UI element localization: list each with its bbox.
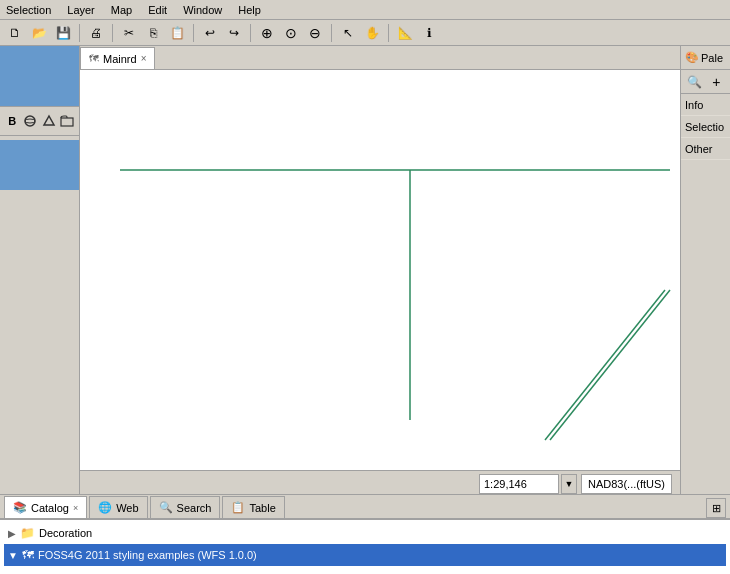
sidebar-btn-folder[interactable]: [59, 111, 75, 131]
search-tab-label: Search: [177, 502, 212, 514]
scale-box: ▼: [479, 474, 577, 494]
foss4g-layer-icon: 🗺: [22, 548, 34, 562]
menu-layer[interactable]: Layer: [65, 4, 97, 16]
decoration-expand-arrow: ▶: [8, 528, 16, 539]
toolbar-separator-4: [250, 24, 251, 42]
svg-point-0: [25, 116, 35, 126]
pan-button[interactable]: ✋: [361, 22, 383, 44]
map-canvas[interactable]: [80, 70, 680, 468]
bottom-tab-web[interactable]: 🌐 Web: [89, 496, 147, 518]
palette-search-btn[interactable]: 🔍: [685, 71, 705, 93]
paste-button[interactable]: 📋: [166, 22, 188, 44]
map-tab-bar: 🗺 Mainrd ×: [80, 46, 680, 70]
scale-dropdown[interactable]: ▼: [561, 474, 577, 494]
menu-window[interactable]: Window: [181, 4, 224, 16]
palette-info-label: Info: [685, 99, 703, 111]
foss4g-expand-arrow: ▼: [8, 550, 18, 561]
print-button[interactable]: 🖨: [85, 22, 107, 44]
catalog-tab-label: Catalog: [31, 502, 69, 514]
web-icon: 🌐: [98, 501, 112, 514]
folder-icon: [60, 114, 74, 128]
toolbar-separator-3: [193, 24, 194, 42]
sidebar-toolbar: B: [0, 106, 79, 136]
svg-rect-3: [61, 118, 73, 126]
zoom-in-button[interactable]: ⊕: [256, 22, 278, 44]
crs-display: NAD83(...(ftUS): [581, 474, 672, 494]
palette-title: Pale: [701, 52, 723, 64]
right-sidebar: 🎨 Pale 🔍 + Info Selectio Other: [680, 46, 730, 494]
left-sidebar: B: [0, 46, 80, 494]
palette-selection-label: Selectio: [685, 121, 724, 133]
map-tab-mainrd[interactable]: 🗺 Mainrd ×: [80, 47, 155, 69]
bottom-action-btn[interactable]: ⊞: [706, 498, 726, 518]
svg-point-1: [25, 119, 35, 123]
palette-section-selection[interactable]: Selectio: [681, 116, 730, 138]
main-container: B 🗺: [0, 46, 730, 494]
bottom-tab-search[interactable]: 🔍 Search: [150, 496, 221, 518]
palette-toolbar: 🔍 +: [681, 70, 730, 94]
copy-button[interactable]: ⎘: [142, 22, 164, 44]
sidebar-blue-top: [0, 46, 79, 106]
cut-button[interactable]: ✂: [118, 22, 140, 44]
palette-other-label: Other: [685, 143, 713, 155]
map-area: 🗺 Mainrd × ▼ NAD83(...(ftUS): [80, 46, 680, 494]
menu-bar: Selection Layer Map Edit Window Help: [0, 0, 730, 20]
palette-section-info[interactable]: Info: [681, 94, 730, 116]
palette-header: 🎨 Pale: [681, 46, 730, 70]
table-tab-label: Table: [249, 502, 275, 514]
menu-edit[interactable]: Edit: [146, 4, 169, 16]
sidebar-blue-bottom: [0, 140, 79, 190]
info-button[interactable]: ℹ: [418, 22, 440, 44]
open-button[interactable]: 📂: [28, 22, 50, 44]
map-line-diagonal-2: [545, 290, 665, 440]
sidebar-btn-b[interactable]: B: [4, 111, 20, 131]
bottom-tab-table[interactable]: 📋 Table: [222, 496, 284, 518]
table-icon: 📋: [231, 501, 245, 514]
toolbar-separator-2: [112, 24, 113, 42]
status-bar: ▼ NAD83(...(ftUS): [80, 470, 680, 494]
sidebar-btn-shape[interactable]: [41, 111, 57, 131]
shape-icon: [42, 114, 56, 128]
new-button[interactable]: 🗋: [4, 22, 26, 44]
map-tab-label: Mainrd: [103, 53, 137, 65]
search-icon: 🔍: [159, 501, 173, 514]
decoration-label: Decoration: [39, 527, 92, 539]
zoom-out-button[interactable]: ⊖: [304, 22, 326, 44]
bottom-row-decoration[interactable]: ▶ 📁 Decoration: [4, 522, 726, 544]
map-tab-close[interactable]: ×: [141, 53, 147, 64]
bottom-panel: 📚 Catalog × 🌐 Web 🔍 Search 📋 Table ⊞ ▶ 📁…: [0, 494, 730, 574]
toolbar-separator-6: [388, 24, 389, 42]
foss4g-label: FOSS4G 2011 styling examples (WFS 1.0.0): [38, 549, 257, 561]
bottom-tab-bar: 📚 Catalog × 🌐 Web 🔍 Search 📋 Table ⊞: [0, 495, 730, 519]
toolbar-separator-5: [331, 24, 332, 42]
select-button[interactable]: ↖: [337, 22, 359, 44]
zoom-extent-button[interactable]: ⊙: [280, 22, 302, 44]
bottom-content: ▶ 📁 Decoration ▼ 🗺 FOSS4G 2011 styling e…: [0, 519, 730, 574]
menu-help[interactable]: Help: [236, 4, 263, 16]
layer-icon: [23, 114, 37, 128]
menu-selection[interactable]: Selection: [4, 4, 53, 16]
map-tab-icon: 🗺: [89, 53, 99, 64]
palette-icon: 🎨: [685, 51, 699, 64]
redo-button[interactable]: ↪: [223, 22, 245, 44]
map-line-diagonal-1: [550, 290, 670, 440]
save-button[interactable]: 💾: [52, 22, 74, 44]
decoration-folder-icon: 📁: [20, 526, 35, 540]
catalog-tab-close[interactable]: ×: [73, 503, 78, 513]
undo-button[interactable]: ↩: [199, 22, 221, 44]
toolbar-separator-1: [79, 24, 80, 42]
web-tab-label: Web: [116, 502, 138, 514]
bottom-tab-catalog[interactable]: 📚 Catalog ×: [4, 496, 87, 518]
toolbar: 🗋 📂 💾 🖨 ✂ ⎘ 📋 ↩ ↪ ⊕ ⊙ ⊖ ↖ ✋ 📐 ℹ: [0, 20, 730, 46]
svg-marker-2: [44, 116, 54, 125]
sidebar-btn-layer[interactable]: [22, 111, 38, 131]
catalog-icon: 📚: [13, 501, 27, 514]
measure-button[interactable]: 📐: [394, 22, 416, 44]
menu-map[interactable]: Map: [109, 4, 134, 16]
scale-input[interactable]: [479, 474, 559, 494]
palette-section-other[interactable]: Other: [681, 138, 730, 160]
palette-add-btn[interactable]: +: [707, 71, 727, 93]
bottom-row-foss4g[interactable]: ▼ 🗺 FOSS4G 2011 styling examples (WFS 1.…: [4, 544, 726, 566]
